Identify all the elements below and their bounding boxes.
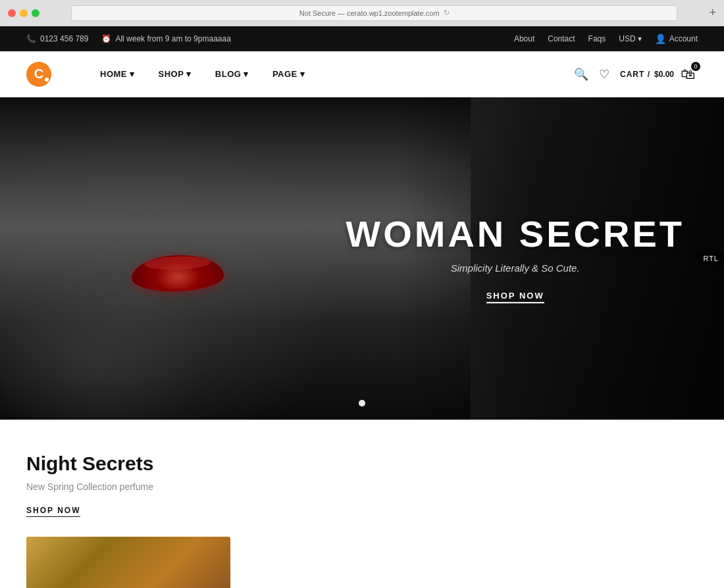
night-secrets-preview xyxy=(26,537,349,588)
user-icon: 👤 xyxy=(655,34,666,44)
browser-window: Not Secure — cerato.wp1.zootemplate.com … xyxy=(0,0,724,588)
traffic-lights xyxy=(8,9,39,17)
address-bar[interactable]: Not Secure — cerato.wp1.zootemplate.com … xyxy=(71,5,677,21)
hero-background: WOMAN SECRET Simplicity Literally & So C… xyxy=(0,97,724,420)
clock-icon: ⏰ xyxy=(101,34,111,43)
cart-count-badge: 0 xyxy=(691,62,700,71)
product-image-preview xyxy=(26,537,230,588)
top-bar-right: About Contact Faqs USD ▾ 👤 Account xyxy=(514,34,698,44)
cart-button[interactable]: CART / $0.00 🛍 0 xyxy=(620,64,698,84)
top-bar: 📞 0123 456 789 ⏰ All week from 9 am to 9… xyxy=(0,26,724,51)
night-secrets-section: Night Secrets New Spring Collection perf… xyxy=(26,453,349,588)
home-chevron-icon: ▾ xyxy=(130,69,135,79)
refresh-icon[interactable]: ↻ xyxy=(444,9,450,17)
logo-letter: C xyxy=(34,66,43,82)
hero-subtitle: Simplicity Literally & So Cute. xyxy=(346,262,685,274)
close-button[interactable] xyxy=(8,9,16,17)
browser-chrome: Not Secure — cerato.wp1.zootemplate.com … xyxy=(0,0,724,26)
cart-bag-icon: 🛍 0 xyxy=(678,64,698,84)
shop-chevron-icon: ▾ xyxy=(186,69,192,79)
nav-shop-label: SHOP xyxy=(159,69,184,79)
fullscreen-button[interactable] xyxy=(32,9,39,17)
phone-number: 0123 456 789 xyxy=(40,34,88,43)
blog-chevron-icon: ▾ xyxy=(244,69,249,79)
hero-slider: WOMAN SECRET Simplicity Literally & So C… xyxy=(0,97,724,420)
hero-title: WOMAN SECRET xyxy=(346,214,685,255)
slider-dots xyxy=(359,400,365,406)
cart-label: CART / xyxy=(620,70,650,79)
currency-selector[interactable]: USD ▾ xyxy=(619,34,641,43)
nav-menu: HOME ▾ SHOP ▾ BLOG ▾ PAGE ▾ xyxy=(91,64,574,84)
content-section: Night Secrets New Spring Collection perf… xyxy=(0,420,724,588)
hero-content: WOMAN SECRET Simplicity Literally & So C… xyxy=(346,214,685,303)
top-bar-left: 📞 0123 456 789 ⏰ All week from 9 am to 9… xyxy=(26,34,514,43)
night-secrets-title: Night Secrets xyxy=(26,453,349,475)
contact-link[interactable]: Contact xyxy=(548,34,575,43)
slider-dot-1[interactable] xyxy=(359,400,365,406)
rtl-badge: RTL xyxy=(698,252,724,265)
wishlist-icon[interactable]: ♡ xyxy=(599,67,609,82)
account-label: Account xyxy=(669,34,698,43)
new-tab-button[interactable]: + xyxy=(709,6,716,20)
logo[interactable]: C xyxy=(26,62,51,87)
nav-page[interactable]: PAGE ▾ xyxy=(263,64,314,84)
about-link[interactable]: About xyxy=(514,34,534,43)
nav-home[interactable]: HOME ▾ xyxy=(91,64,144,84)
handmade-section: Handmade xyxy=(375,453,698,588)
logo-circle: C xyxy=(26,62,51,87)
nav-actions: 🔍 ♡ CART / $0.00 🛍 0 xyxy=(574,64,698,84)
cart-price: $0.00 xyxy=(654,70,674,79)
minimize-button[interactable] xyxy=(20,9,28,17)
currency-label: USD xyxy=(619,34,635,43)
nav-page-label: PAGE xyxy=(272,69,297,79)
hours-text: All week from 9 am to 9pmaaaaa xyxy=(115,34,230,43)
nav-home-label: HOME xyxy=(100,69,127,79)
page-chevron-icon: ▾ xyxy=(300,69,305,79)
account-button[interactable]: 👤 Account xyxy=(655,34,698,44)
nav-shop[interactable]: SHOP ▾ xyxy=(149,64,201,84)
chevron-down-icon: ▾ xyxy=(638,34,642,43)
main-nav: C HOME ▾ SHOP ▾ BLOG ▾ PAGE xyxy=(0,51,724,97)
logo-dot xyxy=(45,78,49,82)
search-icon[interactable]: 🔍 xyxy=(574,67,588,82)
nav-blog-label: BLOG xyxy=(215,69,242,79)
phone-icon: 📞 xyxy=(26,34,36,43)
site-wrapper: 📞 0123 456 789 ⏰ All week from 9 am to 9… xyxy=(0,26,724,588)
faqs-link[interactable]: Faqs xyxy=(588,34,606,43)
hero-shop-now-button[interactable]: SHOP NOW xyxy=(486,291,544,303)
nav-blog[interactable]: BLOG ▾ xyxy=(206,64,258,84)
night-secrets-shop-button[interactable]: SHOP NOW xyxy=(26,506,80,517)
hours-info: ⏰ All week from 9 am to 9pmaaaaa xyxy=(101,34,230,43)
phone-info: 📞 0123 456 789 xyxy=(26,34,88,43)
night-secrets-subtitle: New Spring Collection perfume xyxy=(26,481,349,492)
address-text: Not Secure — cerato.wp1.zootemplate.com xyxy=(299,9,440,17)
